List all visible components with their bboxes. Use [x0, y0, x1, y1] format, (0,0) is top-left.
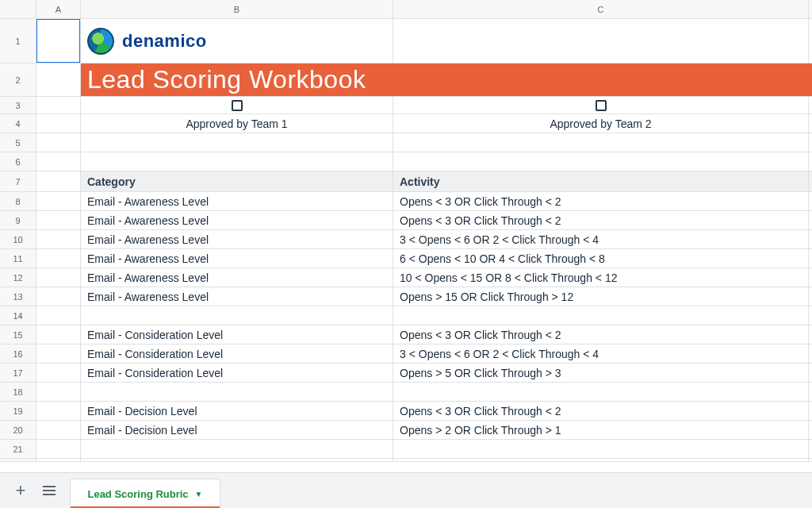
cell-a6[interactable] — [36, 152, 81, 171]
cell-a12[interactable] — [36, 268, 81, 287]
cell-c6[interactable] — [393, 152, 809, 171]
cell-date[interactable] — [809, 230, 812, 249]
cell-a9[interactable] — [36, 211, 81, 230]
cell-a15[interactable] — [36, 325, 81, 344]
horizontal-scroll-area[interactable] — [0, 461, 812, 472]
cell-activity[interactable]: 6 < Opens < 10 OR 4 < Click Through < 8 — [393, 249, 809, 268]
row-header-11[interactable]: 11 — [0, 249, 36, 268]
cell-date[interactable] — [809, 440, 812, 459]
cell-a8[interactable] — [36, 192, 81, 211]
col-header-c[interactable]: C — [393, 0, 809, 18]
select-all-corner[interactable] — [0, 0, 36, 18]
cell-activity[interactable]: 3 < Opens < 6 OR 2 < Click Through < 4 — [393, 230, 809, 249]
cell-b4[interactable]: Approved by Team 1 — [81, 114, 393, 133]
cell-d3[interactable] — [809, 97, 812, 114]
sheet-tab-active[interactable]: Lead Scoring Rubric ▼ — [70, 479, 220, 508]
cell-a11[interactable] — [36, 249, 81, 268]
cell-b1-logo[interactable]: denamico — [81, 19, 393, 64]
cell-a20[interactable] — [36, 421, 81, 440]
col-header-a[interactable]: A — [36, 0, 81, 18]
cell-activity[interactable] — [393, 440, 809, 459]
cell-date[interactable] — [809, 325, 812, 344]
cell-category[interactable]: Email - Awareness Level — [81, 268, 393, 287]
cell-d5[interactable] — [809, 133, 812, 152]
cell-activity[interactable]: Opens < 3 OR Click Through < 2 — [393, 325, 809, 344]
cell-date[interactable] — [809, 249, 812, 268]
row-header-17[interactable]: 17 — [0, 364, 36, 383]
cell-date[interactable] — [809, 421, 812, 440]
row-header-12[interactable]: 12 — [0, 268, 36, 287]
cell-a19[interactable] — [36, 402, 81, 421]
row-header-5[interactable]: 5 — [0, 133, 36, 152]
cell-category[interactable]: Email - Awareness Level — [81, 249, 393, 268]
cell-date[interactable]: Mos — [809, 211, 812, 230]
cell-b5[interactable] — [81, 133, 393, 152]
all-sheets-button[interactable] — [35, 476, 63, 505]
cell-category[interactable]: Email - Consideration Level — [81, 325, 393, 344]
cell-date[interactable] — [809, 268, 812, 287]
cell-date[interactable] — [809, 402, 812, 421]
cell-d4[interactable] — [809, 114, 812, 133]
cell-activity[interactable]: Opens > 2 OR Click Through > 1 — [393, 421, 809, 440]
cell-activity[interactable]: Opens < 3 OR Click Through < 2 — [393, 192, 809, 211]
cell-activity[interactable]: 3 < Opens < 6 OR 2 < Click Through < 4 — [393, 344, 809, 364]
cell-b3[interactable] — [81, 97, 393, 114]
row-header-7[interactable]: 7 — [0, 171, 36, 192]
cell-a14[interactable] — [36, 306, 81, 325]
cell-a2[interactable] — [36, 64, 81, 97]
cell-a17[interactable] — [36, 364, 81, 383]
row-header-21[interactable]: 21 — [0, 440, 36, 459]
cell-category[interactable]: Email - Awareness Level — [81, 192, 393, 211]
cell-date[interactable]: Mos — [809, 192, 812, 211]
cell-date[interactable] — [809, 287, 812, 306]
row-header-2[interactable]: 2 — [0, 64, 36, 97]
row-header-8[interactable]: 8 — [0, 192, 36, 211]
cell-date[interactable] — [809, 364, 812, 383]
row-header-14[interactable]: 14 — [0, 306, 36, 325]
cell-c3[interactable] — [393, 97, 809, 114]
checkbox-team2[interactable] — [596, 100, 607, 111]
row-header-1[interactable]: 1 — [0, 19, 36, 64]
col-header-d[interactable]: D — [809, 0, 812, 18]
cell-category[interactable] — [81, 440, 393, 459]
row-header-4[interactable]: 4 — [0, 114, 36, 133]
cell-a5[interactable] — [36, 133, 81, 152]
cell-a18[interactable] — [36, 383, 81, 402]
row-header-9[interactable]: 9 — [0, 211, 36, 230]
row-header-3[interactable]: 3 — [0, 97, 36, 114]
cell-activity[interactable]: Opens > 5 OR Click Through > 3 — [393, 364, 809, 383]
row-header-10[interactable]: 10 — [0, 230, 36, 249]
row-header-13[interactable]: 13 — [0, 287, 36, 306]
cell-a3[interactable] — [36, 97, 81, 114]
row-header-18[interactable]: 18 — [0, 383, 36, 402]
header-category[interactable]: Category — [81, 171, 393, 192]
cell-category[interactable]: Email - Awareness Level — [81, 230, 393, 249]
row-header-16[interactable]: 16 — [0, 344, 36, 364]
cell-a16[interactable] — [36, 344, 81, 364]
cell-b6[interactable] — [81, 152, 393, 171]
title-banner[interactable]: Lead Scoring Workbook — [81, 64, 812, 97]
cell-a4[interactable] — [36, 114, 81, 133]
cell-activity[interactable] — [393, 383, 809, 402]
header-date[interactable]: Date — [809, 171, 812, 192]
cell-c1[interactable] — [393, 19, 809, 64]
cell-a7[interactable] — [36, 171, 81, 192]
cell-a21[interactable] — [36, 440, 81, 459]
cell-activity[interactable]: Opens < 3 OR Click Through < 2 — [393, 402, 809, 421]
cell-activity[interactable] — [393, 306, 809, 325]
cell-category[interactable]: Email - Consideration Level — [81, 344, 393, 364]
cell-a13[interactable] — [36, 287, 81, 306]
cell-c5[interactable] — [393, 133, 809, 152]
row-header-19[interactable]: 19 — [0, 402, 36, 421]
cell-category[interactable]: Email - Awareness Level — [81, 211, 393, 230]
cell-d1[interactable] — [809, 19, 812, 64]
cell-category[interactable]: Email - Decision Level — [81, 421, 393, 440]
cell-category[interactable] — [81, 306, 393, 325]
cell-c4[interactable]: Approved by Team 2 — [393, 114, 809, 133]
cell-category[interactable]: Email - Decision Level — [81, 402, 393, 421]
cell-a1[interactable] — [36, 19, 81, 64]
col-header-b[interactable]: B — [81, 0, 393, 18]
row-header-15[interactable]: 15 — [0, 325, 36, 344]
cell-a10[interactable] — [36, 230, 81, 249]
cell-date[interactable] — [809, 383, 812, 402]
